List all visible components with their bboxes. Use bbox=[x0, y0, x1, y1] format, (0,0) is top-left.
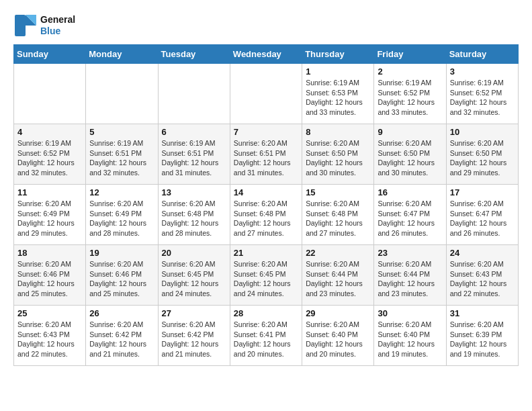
calendar-cell: 22Sunrise: 6:20 AMSunset: 6:44 PMDayligh… bbox=[302, 245, 374, 306]
day-number: 5 bbox=[89, 127, 154, 137]
logo-blue: Blue bbox=[40, 26, 75, 37]
day-info: Sunrise: 6:19 AMSunset: 6:52 PMDaylight:… bbox=[17, 138, 82, 178]
calendar-cell: 24Sunrise: 6:20 AMSunset: 6:43 PMDayligh… bbox=[446, 245, 518, 306]
calendar-cell: 7Sunrise: 6:20 AMSunset: 6:51 PMDaylight… bbox=[230, 124, 302, 185]
day-info: Sunrise: 6:20 AMSunset: 6:48 PMDaylight:… bbox=[234, 199, 298, 238]
calendar-week-row: 4Sunrise: 6:19 AMSunset: 6:52 PMDaylight… bbox=[14, 124, 519, 185]
calendar-cell bbox=[230, 64, 302, 124]
svg-rect-0 bbox=[15, 15, 26, 36]
calendar-cell: 5Sunrise: 6:19 AMSunset: 6:51 PMDaylight… bbox=[86, 124, 158, 185]
logo-block: General Blue bbox=[13, 13, 75, 38]
calendar-cell: 18Sunrise: 6:20 AMSunset: 6:46 PMDayligh… bbox=[14, 245, 86, 306]
calendar-cell: 31Sunrise: 6:20 AMSunset: 6:39 PMDayligh… bbox=[446, 306, 518, 366]
calendar-cell: 15Sunrise: 6:20 AMSunset: 6:48 PMDayligh… bbox=[302, 185, 374, 245]
day-info: Sunrise: 6:20 AMSunset: 6:50 PMDaylight:… bbox=[306, 138, 370, 178]
day-info: Sunrise: 6:20 AMSunset: 6:39 PMDaylight:… bbox=[450, 320, 515, 359]
calendar-cell: 8Sunrise: 6:20 AMSunset: 6:50 PMDaylight… bbox=[302, 124, 374, 185]
calendar-cell: 29Sunrise: 6:20 AMSunset: 6:40 PMDayligh… bbox=[302, 306, 374, 366]
day-number: 1 bbox=[306, 66, 370, 77]
calendar-cell: 17Sunrise: 6:20 AMSunset: 6:47 PMDayligh… bbox=[446, 185, 518, 245]
calendar-cell: 27Sunrise: 6:20 AMSunset: 6:42 PMDayligh… bbox=[158, 306, 230, 366]
day-info: Sunrise: 6:20 AMSunset: 6:47 PMDaylight:… bbox=[450, 199, 515, 238]
day-number: 26 bbox=[89, 308, 154, 318]
day-number: 4 bbox=[17, 127, 82, 137]
page-header: General Blue bbox=[13, 13, 519, 38]
day-info: Sunrise: 6:20 AMSunset: 6:41 PMDaylight:… bbox=[234, 320, 298, 359]
weekday-header-friday: Friday bbox=[374, 45, 446, 64]
calendar-cell: 30Sunrise: 6:20 AMSunset: 6:40 PMDayligh… bbox=[374, 306, 446, 366]
weekday-header-wednesday: Wednesday bbox=[230, 45, 302, 64]
day-number: 2 bbox=[378, 66, 442, 77]
calendar-week-row: 11Sunrise: 6:20 AMSunset: 6:49 PMDayligh… bbox=[14, 185, 519, 245]
logo-icon bbox=[13, 13, 38, 38]
day-info: Sunrise: 6:20 AMSunset: 6:48 PMDaylight:… bbox=[162, 199, 226, 238]
day-info: Sunrise: 6:20 AMSunset: 6:43 PMDaylight:… bbox=[450, 259, 515, 299]
day-info: Sunrise: 6:19 AMSunset: 6:52 PMDaylight:… bbox=[378, 78, 442, 118]
day-number: 22 bbox=[306, 248, 370, 258]
day-info: Sunrise: 6:20 AMSunset: 6:40 PMDaylight:… bbox=[378, 320, 442, 359]
calendar-cell bbox=[86, 64, 158, 124]
day-info: Sunrise: 6:20 AMSunset: 6:50 PMDaylight:… bbox=[378, 138, 442, 178]
day-number: 9 bbox=[378, 127, 442, 137]
calendar-cell: 3Sunrise: 6:19 AMSunset: 6:52 PMDaylight… bbox=[446, 64, 518, 124]
day-number: 10 bbox=[450, 127, 515, 137]
calendar-cell: 6Sunrise: 6:19 AMSunset: 6:51 PMDaylight… bbox=[158, 124, 230, 185]
calendar-cell: 11Sunrise: 6:20 AMSunset: 6:49 PMDayligh… bbox=[14, 185, 86, 245]
weekday-header-saturday: Saturday bbox=[446, 45, 518, 64]
weekday-header-monday: Monday bbox=[86, 45, 158, 64]
day-info: Sunrise: 6:20 AMSunset: 6:49 PMDaylight:… bbox=[17, 199, 82, 238]
day-number: 18 bbox=[17, 248, 82, 258]
calendar-cell: 19Sunrise: 6:20 AMSunset: 6:46 PMDayligh… bbox=[86, 245, 158, 306]
day-number: 16 bbox=[378, 187, 442, 197]
calendar-week-row: 1Sunrise: 6:19 AMSunset: 6:53 PMDaylight… bbox=[14, 64, 519, 124]
day-info: Sunrise: 6:20 AMSunset: 6:42 PMDaylight:… bbox=[162, 320, 226, 359]
calendar-cell: 12Sunrise: 6:20 AMSunset: 6:49 PMDayligh… bbox=[86, 185, 158, 245]
day-number: 14 bbox=[234, 187, 298, 197]
day-info: Sunrise: 6:19 AMSunset: 6:51 PMDaylight:… bbox=[89, 138, 154, 178]
day-info: Sunrise: 6:20 AMSunset: 6:49 PMDaylight:… bbox=[89, 199, 154, 238]
day-info: Sunrise: 6:20 AMSunset: 6:48 PMDaylight:… bbox=[306, 199, 370, 238]
calendar-cell bbox=[158, 64, 230, 124]
day-info: Sunrise: 6:20 AMSunset: 6:44 PMDaylight:… bbox=[306, 259, 370, 299]
day-info: Sunrise: 6:20 AMSunset: 6:51 PMDaylight:… bbox=[234, 138, 298, 178]
day-number: 29 bbox=[306, 308, 370, 318]
day-number: 11 bbox=[17, 187, 82, 197]
day-number: 7 bbox=[234, 127, 298, 137]
day-number: 19 bbox=[89, 248, 154, 258]
day-number: 20 bbox=[162, 248, 226, 258]
calendar-cell: 9Sunrise: 6:20 AMSunset: 6:50 PMDaylight… bbox=[374, 124, 446, 185]
day-info: Sunrise: 6:19 AMSunset: 6:53 PMDaylight:… bbox=[306, 78, 370, 118]
day-number: 28 bbox=[234, 308, 298, 318]
calendar-cell: 23Sunrise: 6:20 AMSunset: 6:44 PMDayligh… bbox=[374, 245, 446, 306]
calendar-week-row: 18Sunrise: 6:20 AMSunset: 6:46 PMDayligh… bbox=[14, 245, 519, 306]
day-number: 15 bbox=[306, 187, 370, 197]
day-number: 27 bbox=[162, 308, 226, 318]
day-number: 3 bbox=[450, 66, 515, 77]
day-info: Sunrise: 6:20 AMSunset: 6:47 PMDaylight:… bbox=[378, 199, 442, 238]
day-number: 6 bbox=[162, 127, 226, 137]
logo: General Blue bbox=[13, 13, 75, 38]
weekday-header-thursday: Thursday bbox=[302, 45, 374, 64]
day-number: 12 bbox=[89, 187, 154, 197]
calendar-cell: 21Sunrise: 6:20 AMSunset: 6:45 PMDayligh… bbox=[230, 245, 302, 306]
weekday-header-sunday: Sunday bbox=[14, 45, 86, 64]
day-number: 23 bbox=[378, 248, 442, 258]
day-number: 30 bbox=[378, 308, 442, 318]
weekday-header-row: SundayMondayTuesdayWednesdayThursdayFrid… bbox=[14, 45, 519, 64]
day-info: Sunrise: 6:20 AMSunset: 6:45 PMDaylight:… bbox=[162, 259, 226, 299]
calendar-cell bbox=[14, 64, 86, 124]
day-number: 25 bbox=[17, 308, 82, 318]
day-info: Sunrise: 6:20 AMSunset: 6:42 PMDaylight:… bbox=[89, 320, 154, 359]
day-info: Sunrise: 6:19 AMSunset: 6:52 PMDaylight:… bbox=[450, 78, 515, 118]
day-number: 13 bbox=[162, 187, 226, 197]
day-number: 24 bbox=[450, 248, 515, 258]
day-info: Sunrise: 6:20 AMSunset: 6:44 PMDaylight:… bbox=[378, 259, 442, 299]
day-number: 8 bbox=[306, 127, 370, 137]
calendar-cell: 1Sunrise: 6:19 AMSunset: 6:53 PMDaylight… bbox=[302, 64, 374, 124]
day-number: 31 bbox=[450, 308, 515, 318]
calendar-cell: 26Sunrise: 6:20 AMSunset: 6:42 PMDayligh… bbox=[86, 306, 158, 366]
day-info: Sunrise: 6:20 AMSunset: 6:46 PMDaylight:… bbox=[17, 259, 82, 299]
calendar-cell: 2Sunrise: 6:19 AMSunset: 6:52 PMDaylight… bbox=[374, 64, 446, 124]
day-info: Sunrise: 6:20 AMSunset: 6:46 PMDaylight:… bbox=[89, 259, 154, 299]
calendar-cell: 14Sunrise: 6:20 AMSunset: 6:48 PMDayligh… bbox=[230, 185, 302, 245]
